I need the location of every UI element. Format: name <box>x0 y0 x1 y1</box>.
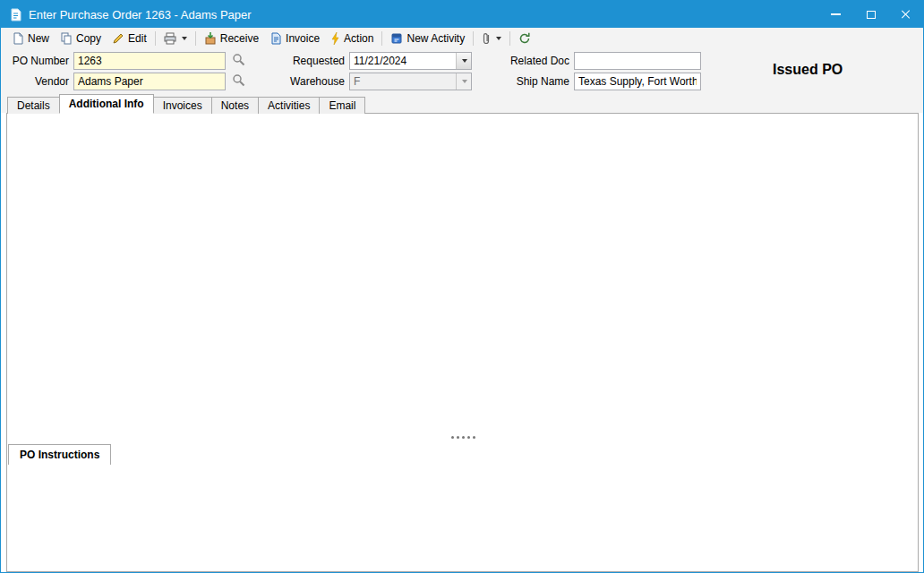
toolbar-separator <box>381 31 382 46</box>
print-button[interactable] <box>158 29 192 47</box>
edit-button[interactable]: Edit <box>107 29 152 47</box>
po-number-lookup-button[interactable] <box>230 53 246 69</box>
tab-invoices[interactable]: Invoices <box>153 97 212 114</box>
warehouse-value: F <box>350 73 456 90</box>
search-icon <box>232 53 245 69</box>
tab-email[interactable]: Email <box>319 97 365 114</box>
vendor-lookup-button[interactable] <box>230 73 246 90</box>
requested-combobox[interactable]: 11/21/2024 <box>349 52 472 70</box>
toolbar-separator <box>509 31 510 46</box>
requested-label: Requested <box>270 52 345 70</box>
toolbar-separator <box>195 31 196 46</box>
copy-button[interactable]: Copy <box>55 29 107 47</box>
paperclip-icon <box>482 32 491 45</box>
refresh-button[interactable] <box>513 29 536 47</box>
receive-button-label: Receive <box>220 32 259 45</box>
new-activity-button-label: New Activity <box>406 32 465 45</box>
related-doc-label: Related Doc <box>484 52 569 70</box>
title-bar: Enter Purchase Order 1263 - Adams Paper <box>1 1 923 28</box>
lightning-icon <box>330 32 340 45</box>
attachments-button[interactable] <box>476 29 507 47</box>
search-icon <box>232 73 245 90</box>
related-doc-input[interactable] <box>574 52 701 70</box>
maximize-button[interactable] <box>853 1 888 28</box>
vendor-input[interactable] <box>73 73 226 90</box>
receive-button[interactable]: Receive <box>199 29 264 47</box>
chevron-down-icon <box>496 37 501 40</box>
printer-icon <box>164 32 176 45</box>
tab-po-instructions[interactable]: PO Instructions <box>8 444 111 465</box>
close-button[interactable] <box>888 1 923 28</box>
close-icon <box>901 9 911 20</box>
refresh-icon <box>518 32 531 45</box>
window-controls <box>818 1 923 28</box>
ship-name-label: Ship Name <box>484 73 569 90</box>
warehouse-label: Warehouse <box>270 73 345 90</box>
main-tab-strip: Details Additional Info Invoices Notes A… <box>7 94 364 114</box>
window-document-icon <box>9 8 22 21</box>
edit-button-label: Edit <box>128 32 147 45</box>
tab-page-additional-info <box>6 113 919 572</box>
new-button[interactable]: New <box>6 29 55 47</box>
splitter-grip[interactable] <box>451 436 454 439</box>
window-title: Enter Purchase Order 1263 - Adams Paper <box>29 8 252 21</box>
action-button[interactable]: Action <box>325 29 379 47</box>
chevron-down-icon <box>182 37 187 40</box>
chevron-down-icon <box>462 80 467 83</box>
ship-name-input[interactable] <box>574 73 701 90</box>
toolbar-separator <box>473 31 474 46</box>
chevron-down-icon <box>462 59 467 63</box>
warehouse-combobox: F <box>349 73 472 90</box>
minimize-icon <box>831 13 841 15</box>
po-number-input[interactable] <box>73 52 226 70</box>
invoice-icon <box>270 32 282 45</box>
tab-notes[interactable]: Notes <box>211 97 259 114</box>
new-activity-button[interactable]: New Activity <box>385 29 470 47</box>
copy-button-label: Copy <box>76 32 101 45</box>
pencil-icon <box>112 32 124 45</box>
tab-details[interactable]: Details <box>7 97 60 114</box>
action-button-label: Action <box>344 32 373 45</box>
tab-additional-info[interactable]: Additional Info <box>59 94 154 114</box>
tab-activities[interactable]: Activities <box>258 97 320 114</box>
maximize-icon <box>867 11 876 19</box>
copy-icon <box>60 32 73 45</box>
activity-icon <box>390 32 403 45</box>
minimize-button[interactable] <box>818 1 853 28</box>
po-status-label: Issued PO <box>773 62 843 78</box>
new-button-label: New <box>28 32 49 45</box>
dropdown-button <box>456 73 471 90</box>
vendor-label: Vendor <box>1 73 69 90</box>
po-number-label: PO Number <box>1 52 69 70</box>
invoice-button[interactable]: Invoice <box>264 29 325 47</box>
toolbar-separator <box>155 31 156 46</box>
toolbar: New Copy Edit Receive Invoice Action <box>1 28 923 48</box>
new-document-icon <box>12 32 24 45</box>
requested-value: 11/21/2024 <box>350 53 456 69</box>
invoice-button-label: Invoice <box>286 32 320 45</box>
purchase-order-window: Enter Purchase Order 1263 - Adams Paper … <box>0 0 924 573</box>
dropdown-button[interactable] <box>456 53 471 69</box>
receive-icon <box>204 32 217 45</box>
